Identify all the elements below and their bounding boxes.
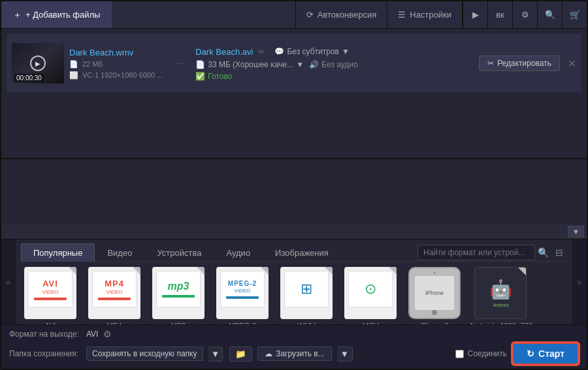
output-filename: Dark Beach.avi — [195, 47, 253, 57]
bottom-bar: Формат на выходе: AVI ⚙ Папка сохранения… — [1, 324, 587, 369]
format-item-avi[interactable]: AVI VIDEO AVI — [21, 267, 80, 324]
avi-icon: AVI VIDEO — [24, 267, 76, 319]
toolbar-icons: ▶ вк ⚙ 🔍 🛒 — [462, 1, 587, 28]
format-item-mp4[interactable]: MP4 VIDEO MP4 — [85, 267, 144, 324]
edit-label: Редактировать — [497, 59, 551, 68]
mpeg2-icon: MPEG-2 VIDEO — [216, 267, 269, 319]
quality-button[interactable]: 📄 33 МБ (Хорошее каче... ▼ — [195, 60, 304, 69]
format-label: Формат на выходе: — [9, 330, 81, 339]
format-settings-button[interactable]: ⚙ — [103, 329, 112, 339]
folder-select[interactable]: Сохранять в исходную папку — [86, 347, 203, 361]
format-search-button[interactable]: 🔍 — [538, 247, 549, 258]
join-checkbox-area: Соединить — [455, 349, 507, 358]
mp4-icon: MP4 VIDEO — [88, 267, 140, 319]
cloud-icon: ☁ — [265, 349, 272, 358]
search-icon[interactable]: 🔍 — [537, 1, 562, 28]
toolbar-tabs: ⟳ Автоконверсия ☰ Настройки — [295, 1, 462, 28]
tab-video-label: Видео — [107, 248, 132, 258]
start-button[interactable]: ↻ Старт — [512, 343, 579, 365]
gear-icon[interactable]: ⚙ — [512, 1, 537, 28]
output-size: 33 МБ (Хорошее каче... — [208, 60, 293, 69]
scissors-icon: ✂ — [487, 59, 494, 68]
video-thumbnail[interactable]: ▶ 00:00:30 — [12, 43, 64, 84]
status-label: Готово — [208, 72, 232, 81]
settings-tab[interactable]: ☰ Настройки — [387, 1, 462, 28]
input-size-row: 📄 22 МБ — [69, 60, 163, 69]
format-row: Формат на выходе: AVI ⚙ — [9, 329, 579, 339]
subtitle-button[interactable]: 💬 Без субтитров ▼ — [270, 46, 353, 57]
close-file-button[interactable]: ✕ — [568, 57, 576, 70]
refresh-icon: ↻ — [527, 348, 534, 359]
input-file-info: Dark Beach.wmv 📄 22 МБ ⬜ VC-1 1920×1080 … — [69, 48, 163, 80]
quality-dropdown-icon: ▼ — [296, 60, 304, 69]
quality-icon: 📄 — [195, 60, 205, 69]
input-filename: Dark Beach.wmv — [69, 48, 163, 57]
arrow-area: → — [168, 57, 190, 70]
folder-row: Папка сохранения: Сохранять в исходную п… — [9, 343, 579, 365]
output-mid-row: 📄 33 МБ (Хорошее каче... ▼ 🔊 Без аудио — [195, 60, 474, 69]
status-done: ✅ Готово — [195, 72, 232, 81]
start-label: Старт — [538, 348, 564, 359]
tab-images-label: Изображения — [275, 248, 329, 258]
autoconvert-tab[interactable]: ⟳ Автоконверсия — [295, 1, 387, 28]
format-grid-view-button[interactable]: ⊟ — [551, 246, 567, 259]
format-nav-wrapper: « Популярные Видео Устройства Аудио — [1, 239, 587, 324]
tab-popular[interactable]: Популярные — [21, 243, 95, 262]
nav-right-arrow[interactable]: » — [572, 239, 587, 324]
input-codec: VC-1 1920×1080 6000 ... — [82, 71, 163, 79]
format-item-iphone6[interactable]: iPhone iPhone 6 — [405, 267, 464, 324]
join-label: Соединить — [467, 349, 507, 358]
plus-icon: ＋ — [13, 9, 22, 21]
format-item-mov[interactable]: ⊙ MOV — [341, 267, 400, 324]
upload-dropdown-button[interactable]: ▼ — [337, 347, 353, 362]
join-checkbox[interactable] — [455, 350, 464, 358]
tab-video[interactable]: Видео — [95, 243, 144, 262]
codec-icon: ⬜ — [69, 71, 78, 80]
collapse-button[interactable]: ▼ — [568, 226, 584, 238]
top-toolbar: ＋ + Добавить файлы ⟳ Автоконверсия ☰ Нас… — [1, 1, 587, 29]
wmv-icon: ⊞ — [280, 267, 333, 319]
output-top-row: Dark Beach.avi ✏ 💬 Без субтитров ▼ — [195, 46, 474, 57]
subtitle-dropdown-icon: ▼ — [342, 47, 350, 56]
format-item-mpeg2[interactable]: MPEG-2 VIDEO MPEG-2 — [213, 267, 272, 324]
folder-label: Папка сохранения: — [9, 349, 81, 358]
file-row: ▶ 00:00:30 Dark Beach.wmv 📄 22 МБ ⬜ VC-1… — [7, 34, 581, 93]
mp3-icon: mp3 — [152, 267, 204, 319]
thumbnail-time: 00:00:30 — [14, 74, 44, 82]
input-codec-row: ⬜ VC-1 1920×1080 6000 ... — [69, 71, 163, 80]
format-item-android[interactable]: 🤖 Android Android - 1280×720 — [469, 267, 532, 324]
add-files-button[interactable]: ＋ + Добавить файлы — [1, 1, 112, 28]
file-list-area: ▶ 00:00:30 Dark Beach.wmv 📄 22 МБ ⬜ VC-1… — [1, 29, 587, 159]
format-section: Популярные Видео Устройства Аудио Изобра… — [16, 239, 572, 324]
iphone6-icon: iPhone — [408, 267, 461, 319]
youtube-icon[interactable]: ▶ — [463, 1, 487, 28]
output-edit-icon[interactable]: ✏ — [258, 47, 265, 57]
audio-info: 🔊 Без аудио — [309, 60, 358, 69]
folder-dropdown-button[interactable]: ▼ — [208, 347, 223, 362]
cart-icon[interactable]: 🛒 — [562, 1, 587, 28]
tab-devices[interactable]: Устройства — [144, 243, 214, 262]
upload-button[interactable]: ☁ Загрузить в... — [257, 347, 332, 361]
open-folder-button[interactable]: 📁 — [229, 347, 252, 362]
subtitle-label: Без субтитров — [287, 47, 339, 56]
autoconvert-icon: ⟳ — [306, 10, 314, 20]
autoconvert-label: Автоконверсия — [318, 10, 377, 20]
upload-label: Загрузить в... — [276, 349, 325, 358]
input-size: 22 МБ — [82, 60, 103, 68]
status-row: ✅ Готово — [195, 72, 474, 81]
edit-button[interactable]: ✂ Редактировать — [479, 55, 560, 71]
nav-left-arrow[interactable]: « — [1, 239, 16, 324]
tab-audio-label: Аудио — [226, 248, 250, 258]
format-grid: AVI VIDEO AVI MP4 VIDEO — [21, 267, 567, 324]
audio-label: Без аудио — [321, 60, 358, 69]
format-search-input[interactable] — [417, 245, 535, 260]
format-item-mp3[interactable]: mp3 MP3 — [149, 267, 208, 324]
tab-devices-label: Устройства — [157, 248, 201, 258]
tab-audio[interactable]: Аудио — [214, 243, 263, 262]
audio-icon: 🔊 — [309, 60, 319, 69]
tab-images[interactable]: Изображения — [263, 243, 341, 262]
format-item-wmv[interactable]: ⊞ WMV — [277, 267, 336, 324]
check-icon: ✅ — [195, 72, 205, 81]
mov-icon: ⊙ — [344, 267, 397, 319]
vk-icon[interactable]: вк — [487, 1, 512, 28]
